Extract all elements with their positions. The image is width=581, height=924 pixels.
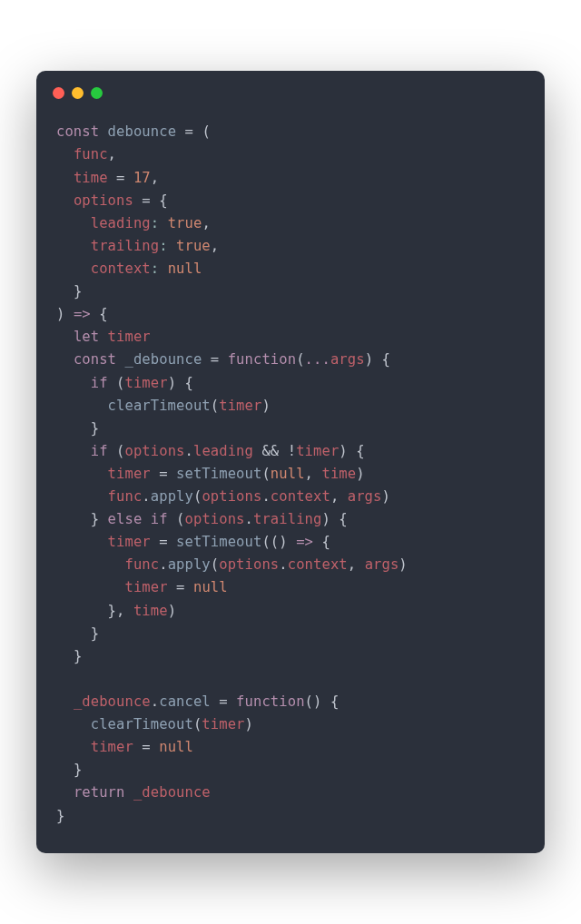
rparen: ) — [56, 306, 64, 322]
lparen: ( — [261, 466, 270, 482]
rbrace: } — [74, 762, 82, 778]
identifier-args: args — [348, 488, 382, 505]
rbrace: } — [56, 808, 64, 824]
lparen: ( — [176, 511, 184, 527]
param-options: options — [74, 192, 133, 209]
rparen: ) — [381, 488, 389, 505]
arrow: => — [74, 306, 91, 322]
op-eq: = — [142, 192, 150, 209]
rparen: ) — [399, 556, 407, 573]
lparen: ( — [305, 693, 313, 710]
identifier-func: func — [108, 488, 143, 505]
minimize-icon[interactable] — [72, 87, 84, 99]
rbrace: } — [108, 603, 116, 619]
prop-context: context — [271, 488, 330, 505]
identifier-time: time — [133, 603, 168, 619]
identifier-timer: timer — [219, 398, 261, 414]
keyword-else: else — [108, 511, 143, 527]
bool-true: true — [176, 238, 211, 254]
op-eq: = — [159, 466, 167, 482]
call-setTimeout: setTimeout — [176, 466, 261, 482]
identifier-options: options — [202, 488, 261, 505]
rbrace: } — [91, 420, 99, 437]
prop-leading: leading — [91, 215, 151, 231]
rbrace: } — [91, 511, 99, 527]
identifier-args: args — [365, 556, 399, 573]
dot: . — [185, 443, 193, 459]
op-eq: = — [219, 693, 227, 710]
rparen: ) — [261, 398, 270, 414]
comma: , — [202, 215, 210, 231]
rparen: ) — [168, 375, 176, 391]
keyword-function: function — [236, 693, 304, 710]
lparen: ( — [211, 398, 219, 414]
spread: ... — [305, 351, 330, 368]
identifier-timer: timer — [108, 534, 151, 550]
comma: , — [330, 488, 339, 505]
keyword-function: function — [228, 351, 296, 368]
call-clearTimeout: clearTimeout — [91, 716, 193, 732]
rbrace: } — [91, 625, 99, 642]
rparen: ) — [313, 693, 321, 710]
lparen: ( — [193, 716, 202, 732]
keyword-if: if — [91, 443, 108, 459]
identifier-options: options — [185, 511, 245, 527]
op-eq: = — [176, 579, 184, 595]
rparen: ) — [365, 351, 373, 368]
keyword-if: if — [91, 375, 108, 391]
identifier-options: options — [124, 443, 184, 459]
comma: , — [348, 556, 356, 573]
identifier-timer: timer — [108, 329, 151, 345]
rparen: ) — [339, 443, 347, 459]
prop-context: context — [91, 260, 151, 277]
lbrace: { — [321, 534, 330, 550]
lbrace: { — [339, 511, 347, 527]
op-eq: = — [142, 739, 150, 755]
colon: : — [151, 215, 159, 231]
identifier-_debounce: _debounce — [124, 351, 202, 368]
rparen: ) — [168, 603, 176, 619]
arrow: => — [296, 534, 313, 550]
op-eq: = — [185, 123, 193, 140]
titlebar — [36, 71, 545, 104]
lparen: ( — [193, 488, 202, 505]
identifier-debounce: debounce — [108, 123, 176, 140]
keyword-if: if — [151, 511, 168, 527]
op-eq: = — [116, 170, 124, 186]
op-eq: = — [159, 534, 167, 550]
param-args: args — [330, 351, 365, 368]
comma: , — [116, 603, 124, 619]
maximize-icon[interactable] — [91, 87, 103, 99]
identifier-func: func — [124, 556, 159, 573]
rparen: ) — [356, 466, 364, 482]
rparen: ) — [321, 511, 330, 527]
close-icon[interactable] — [53, 87, 64, 99]
identifier-_debounce: _debounce — [133, 784, 211, 801]
lparen: ( — [296, 351, 304, 368]
identifier-timer: timer — [124, 375, 167, 391]
keyword-const: const — [56, 123, 99, 140]
keyword-let: let — [74, 329, 99, 345]
colon: : — [159, 238, 167, 254]
prop-cancel: cancel — [159, 693, 211, 710]
dot: . — [261, 488, 270, 505]
lparen: ( — [271, 534, 279, 550]
null: null — [271, 466, 305, 482]
call-clearTimeout: clearTimeout — [108, 398, 211, 414]
code-window: const debounce = ( func, time = 17, opti… — [36, 71, 545, 852]
rbrace: } — [74, 648, 82, 664]
keyword-const: const — [74, 351, 116, 368]
identifier-timer: timer — [91, 739, 133, 755]
method-apply: apply — [151, 488, 193, 505]
dot: . — [279, 556, 287, 573]
null: null — [159, 739, 193, 755]
keyword-return: return — [74, 784, 125, 801]
op-and: && — [261, 443, 279, 459]
null: null — [168, 260, 202, 277]
op-eq: = — [211, 351, 219, 368]
call-setTimeout: setTimeout — [176, 534, 261, 550]
prop-trailing: trailing — [91, 238, 159, 254]
code-block: const debounce = ( func, time = 17, opti… — [36, 104, 545, 852]
identifier-timer: timer — [202, 716, 244, 732]
null: null — [193, 579, 228, 595]
